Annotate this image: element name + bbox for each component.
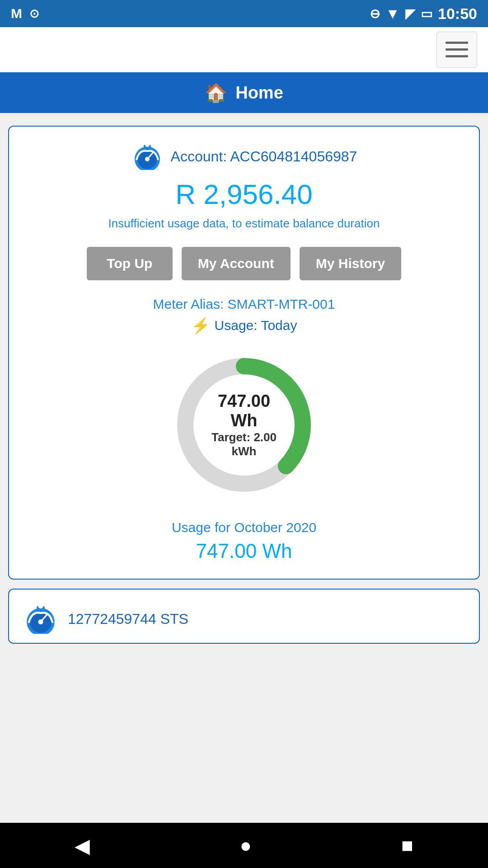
meter-alias: Meter Alias: SMART-MTR-001 (153, 297, 335, 312)
usage-today-row: ⚡ Usage: Today (191, 316, 297, 335)
home-nav-button[interactable]: ● (226, 830, 265, 861)
account-card: Account: ACC604814056987 R 2,956.40 Insu… (8, 126, 480, 580)
second-account-card: 12772459744 STS (8, 589, 480, 644)
hamburger-menu-button[interactable] (436, 32, 477, 68)
account-id-label: Account: ACC604814056987 (171, 148, 357, 165)
status-right-icons: ⊖ ▼ ◤ ▭ 10:50 (370, 5, 477, 23)
status-bar: M ⊙ ⊖ ▼ ◤ ▭ 10:50 (0, 0, 488, 27)
donut-target-label: Target: 2.00 kWh (206, 430, 282, 458)
bottom-nav: ◀ ● ■ (0, 823, 488, 868)
usage-month-value: 747.00 Wh (196, 540, 292, 562)
donut-usage-value: 747.00 Wh (206, 392, 282, 430)
page-title: Home (235, 83, 283, 103)
top-up-button[interactable]: Top Up (87, 247, 173, 280)
speedometer-icon (131, 143, 164, 170)
balance-amount: R 2,956.40 (175, 178, 312, 210)
my-history-button[interactable]: My History (300, 247, 401, 280)
donut-center-text: 747.00 Wh Target: 2.00 kWh (206, 392, 282, 458)
wifi-icon: ▼ (385, 5, 400, 22)
back-button[interactable]: ◀ (61, 830, 103, 862)
second-account-id: 12772459744 STS (68, 611, 188, 627)
clock: 10:50 (438, 5, 477, 23)
donut-chart-container: 747.00 Wh Target: 2.00 kWh (167, 348, 321, 502)
my-account-button[interactable]: My Account (182, 247, 291, 280)
action-button-row: Top Up My Account My History (87, 247, 401, 280)
home-icon: 🏠 (205, 82, 227, 104)
account-row: Account: ACC604814056987 (131, 143, 357, 170)
sync-icon: ⊙ (29, 7, 39, 21)
status-left-icons: M ⊙ (11, 6, 39, 21)
signal-icon: ◤ (405, 6, 415, 21)
battery-icon: ▭ (421, 6, 432, 21)
top-bar (0, 27, 488, 72)
gmail-icon: M (11, 6, 22, 21)
recents-button[interactable]: ■ (388, 830, 427, 861)
usage-today-label: Usage: Today (215, 318, 297, 333)
hamburger-line-3 (446, 55, 468, 57)
speedometer-icon-2 (23, 604, 59, 634)
hamburger-line-2 (446, 48, 468, 51)
balance-note: Insufficient usage data, to estimate bal… (108, 217, 380, 231)
hamburger-line-1 (446, 42, 468, 44)
usage-month-label: Usage for October 2020 (172, 520, 316, 535)
lightning-icon: ⚡ (191, 316, 210, 335)
main-content: Account: ACC604814056987 R 2,956.40 Insu… (0, 113, 488, 823)
page-header: 🏠 Home (0, 72, 488, 113)
dnd-icon: ⊖ (370, 6, 380, 21)
